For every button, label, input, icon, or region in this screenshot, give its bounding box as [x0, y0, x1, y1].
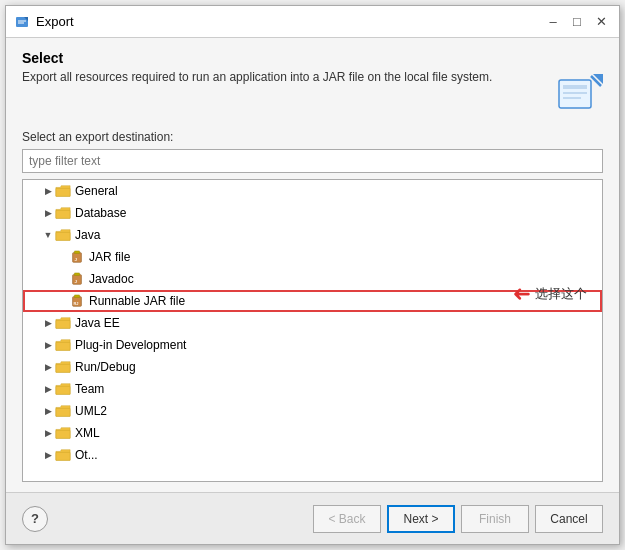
tree-item-database[interactable]: ▶ Database	[23, 202, 602, 224]
tree-item-jar-file[interactable]: J JAR file	[23, 246, 602, 268]
expand-xml[interactable]: ▶	[41, 426, 55, 440]
folder-icon-database	[55, 206, 71, 220]
tree-container[interactable]: ▶ General ▶ Database	[22, 179, 603, 482]
filter-input[interactable]	[22, 149, 603, 173]
label-team: Team	[75, 382, 104, 396]
minimize-button[interactable]: –	[543, 12, 563, 32]
expand-plugin[interactable]: ▶	[41, 338, 55, 352]
tree-item-java[interactable]: ▼ Java	[23, 224, 602, 246]
close-button[interactable]: ✕	[591, 12, 611, 32]
label-run-debug: Run/Debug	[75, 360, 136, 374]
tree-item-plugin-dev[interactable]: ▶ Plug-in Development	[23, 334, 602, 356]
export-illustration	[555, 70, 603, 118]
window-controls: – □ ✕	[543, 12, 611, 32]
svg-rect-22	[56, 320, 70, 328]
expand-java[interactable]: ▼	[41, 228, 55, 242]
bottom-right: < Back Next > Finish Cancel	[313, 505, 603, 533]
maximize-button[interactable]: □	[567, 12, 587, 32]
tree-item-java-ee[interactable]: ▶ Java EE	[23, 312, 602, 334]
next-button[interactable]: Next >	[387, 505, 455, 533]
spacer-javadoc	[55, 272, 69, 286]
svg-rect-23	[56, 342, 70, 350]
tree-item-javadoc[interactable]: J Javadoc	[23, 268, 602, 290]
label-uml2: UML2	[75, 404, 107, 418]
tree-item-xml[interactable]: ▶ XML	[23, 422, 602, 444]
tree-item-other[interactable]: ▶ Ot...	[23, 444, 602, 466]
expand-team[interactable]: ▶	[41, 382, 55, 396]
content-area: Select Export all resources required to …	[6, 38, 619, 492]
folder-icon-plugin	[55, 338, 71, 352]
svg-rect-11	[56, 210, 70, 218]
export-dialog: Export – □ ✕ Select Export all resources…	[5, 5, 620, 545]
label-general: General	[75, 184, 118, 198]
expand-database[interactable]: ▶	[41, 206, 55, 220]
label-java: Java	[75, 228, 100, 242]
expand-general[interactable]: ▶	[41, 184, 55, 198]
jar-icon-javadoc: J	[69, 272, 85, 286]
section-description: Export all resources required to run an …	[22, 70, 603, 118]
finish-button[interactable]: Finish	[461, 505, 529, 533]
svg-rect-7	[563, 97, 581, 99]
folder-icon-java	[55, 228, 71, 242]
folder-icon-general	[55, 184, 71, 198]
label-javadoc: Javadoc	[89, 272, 134, 286]
expand-uml2[interactable]: ▶	[41, 404, 55, 418]
jar-icon-jar-file: J	[69, 250, 85, 264]
svg-rect-10	[56, 188, 70, 196]
spacer-runnable	[55, 294, 69, 308]
destination-label: Select an export destination:	[22, 130, 603, 144]
help-button[interactable]: ?	[22, 506, 48, 532]
svg-rect-5	[563, 85, 587, 89]
bottom-left: ?	[22, 506, 48, 532]
tree-item-team[interactable]: ▶ Team	[23, 378, 602, 400]
tree-item-general[interactable]: ▶ General	[23, 180, 602, 202]
label-xml: XML	[75, 426, 100, 440]
folder-icon-team	[55, 382, 71, 396]
svg-rect-20	[74, 295, 79, 298]
window-icon	[14, 14, 30, 30]
window-title: Export	[36, 14, 74, 29]
title-bar-left: Export	[14, 14, 74, 30]
svg-rect-6	[563, 92, 587, 94]
title-bar: Export – □ ✕	[6, 6, 619, 38]
svg-rect-12	[56, 232, 70, 240]
label-jar-file: JAR file	[89, 250, 130, 264]
label-other: Ot...	[75, 448, 98, 462]
tree-item-runnable-jar[interactable]: RJ Runnable JAR file	[23, 290, 602, 312]
expand-run-debug[interactable]: ▶	[41, 360, 55, 374]
section-title: Select	[22, 50, 603, 66]
tree-item-run-debug[interactable]: ▶ Run/Debug	[23, 356, 602, 378]
bottom-bar: ? < Back Next > Finish Cancel	[6, 492, 619, 544]
label-runnable-jar: Runnable JAR file	[89, 294, 185, 308]
svg-text:RJ: RJ	[74, 301, 79, 306]
expand-other[interactable]: ▶	[41, 448, 55, 462]
svg-rect-26	[56, 408, 70, 416]
spacer-jar	[55, 250, 69, 264]
folder-icon-java-ee	[55, 316, 71, 330]
svg-rect-25	[56, 386, 70, 394]
tree-item-uml2[interactable]: ▶ UML2	[23, 400, 602, 422]
tree-wrapper: ▶ General ▶ Database	[22, 179, 603, 482]
jar-icon-runnable: RJ	[69, 294, 85, 308]
svg-rect-27	[56, 430, 70, 438]
label-database: Database	[75, 206, 126, 220]
label-plugin: Plug-in Development	[75, 338, 186, 352]
folder-icon-other	[55, 448, 71, 462]
cancel-button[interactable]: Cancel	[535, 505, 603, 533]
folder-icon-run-debug	[55, 360, 71, 374]
svg-rect-28	[56, 452, 70, 460]
folder-icon-uml2	[55, 404, 71, 418]
svg-rect-24	[56, 364, 70, 372]
folder-icon-xml	[55, 426, 71, 440]
label-java-ee: Java EE	[75, 316, 120, 330]
expand-java-ee[interactable]: ▶	[41, 316, 55, 330]
svg-rect-17	[74, 273, 79, 276]
back-button[interactable]: < Back	[313, 505, 381, 533]
svg-rect-14	[74, 251, 79, 254]
